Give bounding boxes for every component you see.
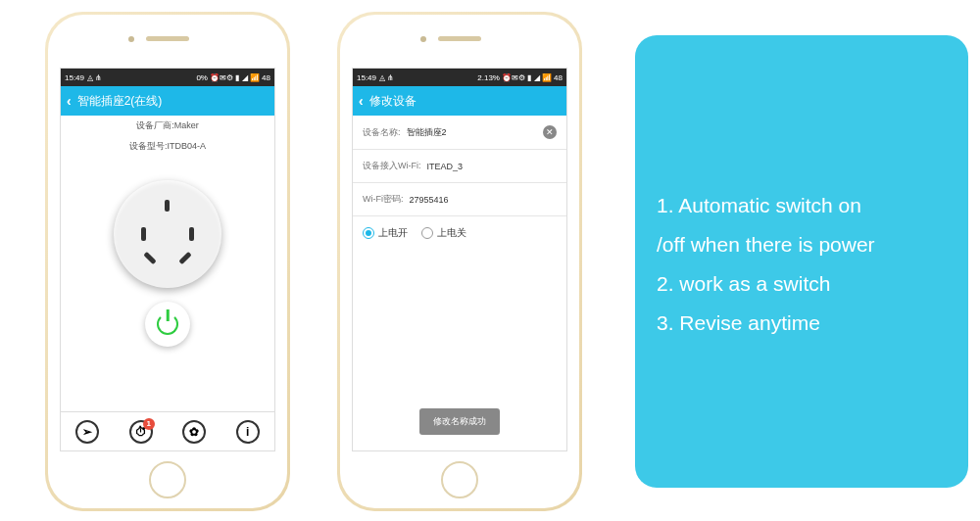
radio-power-off[interactable]: 上电关 [421, 226, 466, 240]
device-model: 设备型号:ITDB04-A [61, 136, 274, 157]
page-title: 修改设备 [369, 93, 416, 110]
info-icon[interactable]: i [236, 420, 260, 444]
android-status-bar: 15:49◬ ⋔ 2.13% ⏰✉⚙ ▮ ◢ 📶 48 [353, 69, 566, 86]
phone-mockup-2: 15:49◬ ⋔ 2.13% ⏰✉⚙ ▮ ◢ 📶 48 ‹ 修改设备 设备名称:… [337, 12, 582, 511]
feature-line-1: 1. Automatic switch on [657, 186, 947, 225]
device-name-field: 智能插座2 [407, 126, 537, 139]
feature-line-2: /off when there is power [657, 225, 947, 264]
toast-message: 修改名称成功 [419, 408, 500, 435]
wifi-password-field: 27955416 [410, 195, 558, 205]
device-vendor: 设备厂商:Maker [61, 116, 274, 136]
share-icon[interactable]: ➢ [75, 420, 99, 444]
back-icon[interactable]: ‹ [67, 93, 72, 109]
power-button[interactable] [145, 302, 190, 347]
power-icon [157, 313, 178, 335]
wifi-field: ITEAD_3 [427, 162, 558, 171]
timer-icon[interactable]: ⏱ 1 [129, 420, 153, 444]
socket-icon [114, 180, 221, 288]
wifi-password-row[interactable]: Wi-Fi密码: 27955416 [353, 183, 566, 216]
app-header: ‹ 修改设备 [353, 86, 566, 116]
timer-badge: 1 [143, 418, 155, 430]
bottom-toolbar: ➢ ⏱ 1 ✿ i [61, 411, 274, 450]
app-header: ‹ 智能插座2(在线) [61, 86, 274, 116]
radio-unchecked-icon [421, 227, 433, 239]
screen-2: 15:49◬ ⋔ 2.13% ⏰✉⚙ ▮ ◢ 📶 48 ‹ 修改设备 设备名称:… [352, 68, 567, 451]
radio-checked-icon [363, 227, 374, 239]
wifi-row[interactable]: 设备接入Wi-Fi: ITEAD_3 [353, 150, 566, 183]
back-icon[interactable]: ‹ [359, 93, 364, 109]
screen-1: 15:49◬ ⋔ 0% ⏰✉⚙ ▮ ◢ 📶 48 ‹ 智能插座2(在线) 设备厂… [60, 68, 275, 451]
home-button[interactable] [441, 461, 478, 498]
power-on-state-row: 上电开 上电关 [353, 216, 566, 250]
phone-mockup-1: 15:49◬ ⋔ 0% ⏰✉⚙ ▮ ◢ 📶 48 ‹ 智能插座2(在线) 设备厂… [45, 12, 290, 511]
feature-panel: 1. Automatic switch on /off when there i… [635, 35, 968, 488]
feature-line-3: 2. work as a switch [657, 264, 947, 304]
feature-line-4: 3. Revise anytime [657, 304, 947, 343]
clear-icon[interactable]: ✕ [543, 125, 557, 139]
page-title: 智能插座2(在线) [77, 93, 163, 110]
home-button[interactable] [149, 461, 186, 498]
radio-power-on[interactable]: 上电开 [363, 226, 408, 240]
android-status-bar: 15:49◬ ⋔ 0% ⏰✉⚙ ▮ ◢ 📶 48 [61, 69, 274, 86]
device-name-row[interactable]: 设备名称: 智能插座2 ✕ [353, 116, 566, 150]
settings-icon[interactable]: ✿ [182, 420, 206, 444]
